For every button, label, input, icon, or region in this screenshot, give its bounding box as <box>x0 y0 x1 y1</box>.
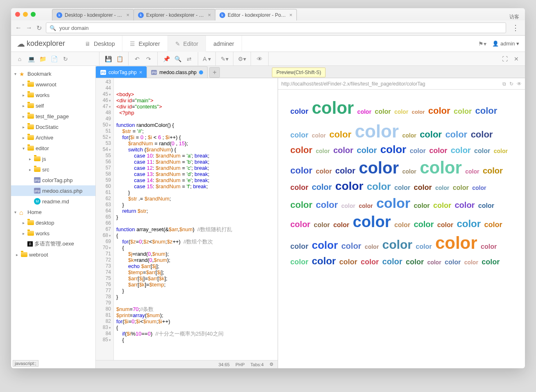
tag-word[interactable]: color <box>406 257 424 267</box>
code-line[interactable]: for($i=0;$i<$num;$i++) <box>116 318 275 324</box>
tag-word[interactable]: color <box>420 157 462 179</box>
top-tab-editor[interactable]: ✎ Editor <box>168 36 206 52</box>
gutter-line[interactable]: 81 <box>96 312 111 318</box>
tree-twisty-icon[interactable]: ▸ <box>14 252 19 257</box>
gutter-line[interactable]: 61 <box>96 189 111 196</box>
tag-word[interactable]: color <box>312 132 326 139</box>
tag-word[interactable]: color <box>494 147 508 155</box>
tag-word[interactable]: color <box>414 202 430 210</box>
tag-word[interactable]: color <box>290 183 308 192</box>
folder-open-icon[interactable]: 📁 <box>37 54 48 64</box>
code-line[interactable]: $num=70;//条数 <box>116 306 275 312</box>
code-line[interactable]: function array_reset(&$arr,$num) //数组随机打… <box>116 226 275 232</box>
tree-node-editor[interactable]: ▾ editor <box>11 143 95 153</box>
tag-word[interactable]: color <box>335 165 355 176</box>
tag-word[interactable]: color <box>314 221 330 230</box>
tag-word[interactable]: color <box>353 212 391 232</box>
gutter-line[interactable]: 85 <box>96 337 111 343</box>
gutter-line[interactable]: 82 <box>96 318 111 324</box>
tag-word[interactable]: color <box>290 242 308 251</box>
code-line[interactable]: case 13: $randNum = 'd'; break; <box>116 171 275 177</box>
tag-word[interactable]: color <box>455 200 475 210</box>
code-line[interactable]: $j=rand(0,$num); <box>116 251 275 257</box>
code-line[interactable]: } <box>116 294 275 300</box>
tag-word[interactable]: color <box>312 239 338 252</box>
redo-icon[interactable]: ↷ <box>143 54 154 64</box>
tag-word[interactable]: color <box>290 165 312 177</box>
gutter-line[interactable]: 56 <box>96 159 111 165</box>
tag-word[interactable]: color <box>375 108 391 116</box>
tree-node-Archive[interactable]: ▸ Archive <box>11 132 95 143</box>
tag-word[interactable]: color <box>290 199 312 211</box>
tag-word[interactable]: color <box>410 147 426 155</box>
code-line[interactable]: } <box>116 189 275 196</box>
tag-word[interactable]: color <box>361 257 379 267</box>
code-line[interactable]: $str .= $randNum; <box>116 196 275 202</box>
tree-twisty-icon[interactable]: ▾ <box>21 146 26 151</box>
code-line[interactable]: for($i = 0 ; $i < 6 ; $i++) { <box>116 134 275 140</box>
gear-icon[interactable]: ⚙▾ <box>237 54 247 64</box>
tab-close-icon[interactable]: × <box>126 12 129 18</box>
tag-word[interactable]: color <box>402 168 416 175</box>
external-link-icon[interactable]: ⧉ <box>502 81 506 87</box>
gutter-line[interactable]: 53 <box>96 140 111 146</box>
code-line[interactable]: $print=array($num); <box>116 312 275 318</box>
close-icon[interactable]: ✕ <box>511 54 522 64</box>
gutter-line[interactable]: 55 <box>96 153 111 159</box>
top-tab-desktop[interactable]: 🖥 Desktop <box>77 36 122 52</box>
tag-word[interactable]: color <box>437 221 453 230</box>
tree-node-self[interactable]: ▸ self <box>11 100 95 111</box>
code-line[interactable]: case 14: $randNum = 'e'; break; <box>116 177 275 183</box>
code-line[interactable]: if($i%10==0) //十分之一概率为25到40之间 <box>116 331 275 337</box>
tag-word[interactable]: color <box>451 145 471 155</box>
tag-word[interactable]: color <box>465 168 479 175</box>
tree-node-works[interactable]: ▸ works <box>11 90 95 100</box>
tag-word[interactable]: color <box>402 132 416 139</box>
tag-word[interactable]: color <box>342 202 355 210</box>
font-icon[interactable]: A ▾ <box>201 54 212 64</box>
tree-twisty-icon[interactable]: ▸ <box>21 82 26 87</box>
tag-word[interactable]: color <box>359 202 373 210</box>
code-line[interactable]: function randomColor() { <box>116 122 275 128</box>
laptop-icon[interactable]: 💻 <box>26 54 36 64</box>
tag-word[interactable]: color <box>312 182 332 192</box>
top-tab-explorer[interactable]: ☰ Explorer <box>122 36 167 52</box>
tag-word[interactable]: color <box>290 144 312 156</box>
tag-word[interactable]: color <box>290 257 308 267</box>
browser-tab[interactable]: k Desktop - kodexplorer - Power × <box>52 9 134 20</box>
code-line[interactable]: <?php <box>116 110 275 116</box>
gutter-line[interactable]: 47 <box>96 104 111 110</box>
code-line[interactable]: { <box>116 324 275 331</box>
gutter-line[interactable]: 73 <box>96 263 111 269</box>
gutter-line[interactable]: 52 <box>96 134 111 140</box>
tree-twisty-icon[interactable]: ▸ <box>21 221 26 225</box>
code-line[interactable]: for($z=0;$z<$num;$z++) //数组个数次 <box>116 239 275 245</box>
code-line[interactable]: case 12: $randNum = 'c'; break; <box>116 165 275 171</box>
tree-twisty-icon[interactable]: ▸ <box>21 93 26 97</box>
tag-word[interactable]: color <box>316 147 330 155</box>
tag-word[interactable]: color <box>457 217 481 230</box>
tree-node-medoo.class.php[interactable]: php medoo.class.php <box>11 185 95 196</box>
tree-node-readme.md[interactable]: M readme.md <box>11 196 95 207</box>
tag-word[interactable]: color <box>394 108 408 115</box>
preview-hide-icon[interactable]: 👁 <box>517 81 522 87</box>
tree-node-test_file_page[interactable]: ▸ test_file_page <box>11 111 95 122</box>
tag-word[interactable]: color <box>312 97 354 119</box>
gutter-line[interactable]: 67 <box>96 226 111 232</box>
tree-node-desktop[interactable]: ▸ desktop <box>11 217 95 228</box>
tag-word[interactable]: color <box>382 237 412 252</box>
save-icon[interactable]: 💾 <box>103 54 113 64</box>
pin-icon[interactable]: 📌 <box>161 54 172 64</box>
gutter-line[interactable]: 57 <box>96 165 111 171</box>
tag-word[interactable]: color <box>357 145 377 155</box>
tag-word[interactable]: color <box>316 199 338 211</box>
flag-icon[interactable]: ⚑▾ <box>478 41 486 47</box>
tree-node-wwwroot[interactable]: ▸ wwwroot <box>11 79 95 90</box>
tree-twisty-icon[interactable]: ▸ <box>27 157 32 161</box>
code-line[interactable]: echo $arr[$j]; <box>116 263 275 269</box>
code-line[interactable]: switch ($randNum) { <box>116 146 275 153</box>
gutter-line[interactable]: 49 <box>96 116 111 122</box>
tag-word[interactable]: color <box>357 108 371 115</box>
tag-word[interactable]: color <box>435 232 477 255</box>
back-button[interactable]: ← <box>15 24 22 32</box>
